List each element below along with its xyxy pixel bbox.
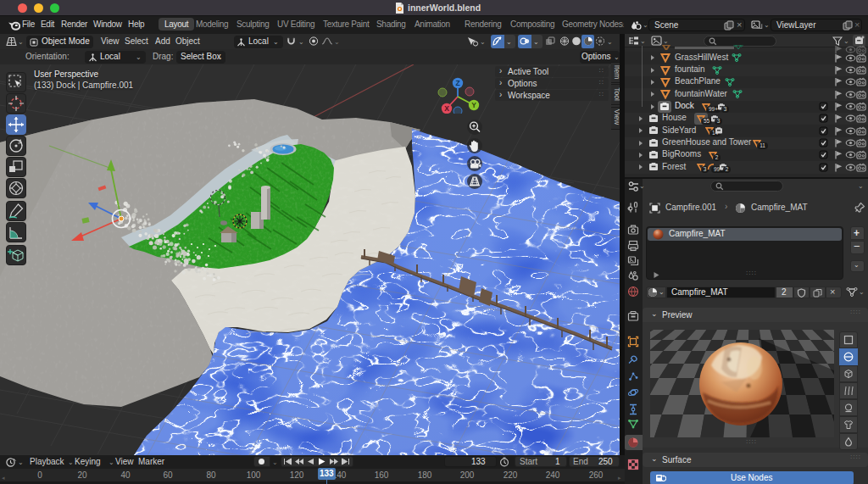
svg-text:X: X bbox=[444, 104, 449, 113]
svg-text:Z: Z bbox=[455, 79, 459, 87]
svg-text:Y: Y bbox=[471, 101, 476, 109]
